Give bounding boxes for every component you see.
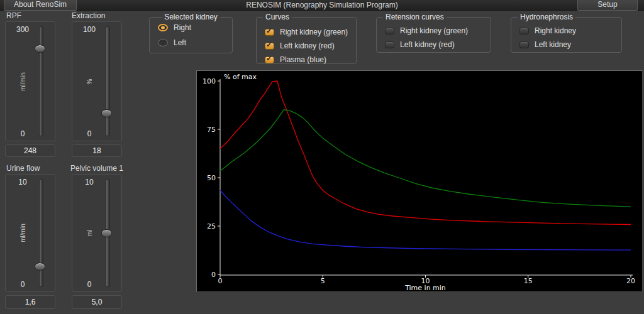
extraction-slider-track[interactable] bbox=[106, 27, 109, 136]
selected-kidney-group: Selected kidney Right Left bbox=[149, 17, 233, 53]
renogram-chart: 025507510005101520% of maxTime in min bbox=[196, 70, 643, 292]
renosim-window: RENOSIM (Renography Simulation Program) … bbox=[0, 0, 644, 314]
checkbox-icon[interactable]: ✓ bbox=[265, 57, 274, 63]
urine-flow-min-label: 0 bbox=[8, 280, 37, 289]
extraction-max-label: 100 bbox=[75, 25, 104, 34]
pelvic-volume-value-field[interactable]: 5,0 bbox=[72, 295, 122, 309]
svg-text:% of max: % of max bbox=[224, 73, 257, 81]
pelvic-volume-slider[interactable]: 10 ml 0 bbox=[72, 174, 122, 292]
radio-right-label: Right bbox=[174, 23, 191, 32]
radio-left-label: Left bbox=[174, 38, 186, 47]
about-renosim-menu[interactable]: About RenoSim bbox=[4, 0, 77, 11]
curves-title: Curves bbox=[263, 13, 292, 21]
pelvic-volume-label: Pelvic volume 1 bbox=[70, 164, 123, 173]
window-title: RENOSIM (Renography Simulation Program) bbox=[0, 0, 644, 11]
curves-left-kidney-label: Left kidney (red) bbox=[280, 41, 335, 50]
urine-flow-max-label: 10 bbox=[8, 178, 37, 187]
radio-right-kidney[interactable]: Right bbox=[158, 23, 191, 32]
menu-bar: RENOSIM (Renography Simulation Program) … bbox=[0, 0, 644, 11]
checkbox-icon[interactable]: ✓ bbox=[265, 43, 274, 50]
pelvic-volume-unit-label: ml bbox=[86, 230, 93, 237]
extraction-slider[interactable]: 100 % 0 bbox=[72, 21, 122, 141]
checkmark-icon: ✓ bbox=[266, 27, 272, 35]
pelvic-volume-max-label: 10 bbox=[75, 178, 104, 187]
extraction-min-label: 0 bbox=[75, 129, 104, 138]
rpf-unit-label: ml/min bbox=[19, 72, 26, 90]
retension-right-kidney-label: Right kidney (green) bbox=[400, 26, 468, 35]
hydronephrosis-right-kidney-label: Right kidney bbox=[535, 26, 576, 35]
chart-canvas: 025507510005101520% of maxTime in min bbox=[197, 71, 642, 291]
radio-button-icon[interactable] bbox=[158, 39, 168, 46]
svg-text:0: 0 bbox=[211, 271, 216, 279]
svg-text:Time in min: Time in min bbox=[404, 284, 446, 291]
svg-text:75: 75 bbox=[207, 126, 216, 134]
curves-group: Curves ✓ Right kidney (green) ✓ Left kid… bbox=[256, 17, 357, 64]
curves-left-kidney-row[interactable]: ✓ Left kidney (red) bbox=[265, 41, 335, 50]
radio-button-icon[interactable] bbox=[158, 24, 168, 31]
extraction-label: Extraction bbox=[72, 11, 105, 20]
svg-text:50: 50 bbox=[207, 174, 216, 182]
extraction-value-field[interactable]: 18 bbox=[72, 144, 122, 157]
svg-text:15: 15 bbox=[524, 277, 533, 285]
curves-plasma-label: Plasma (blue) bbox=[280, 55, 326, 64]
checkbox-icon[interactable]: ✓ bbox=[385, 41, 394, 48]
hydronephrosis-group: Hydronephrosis ✓ Right kidney ✓ Left kid… bbox=[511, 17, 622, 53]
curves-right-kidney-label: Right kidney (green) bbox=[280, 28, 348, 36]
svg-text:20: 20 bbox=[626, 277, 635, 285]
hydronephrosis-left-kidney-label: Left kidney bbox=[535, 40, 571, 49]
checkmark-icon: ✓ bbox=[266, 41, 272, 48]
urine-flow-label: Urine flow bbox=[6, 164, 40, 173]
hydronephrosis-title: Hydronephrosis bbox=[518, 13, 575, 21]
urine-flow-unit-label: ml/min bbox=[19, 224, 26, 242]
rpf-value-field[interactable]: 248 bbox=[5, 144, 55, 157]
urine-flow-value-field[interactable]: 1,6 bbox=[5, 295, 55, 309]
retension-curves-group: Retension curves ✓ Right kidney (green) … bbox=[376, 17, 491, 53]
extraction-slider-thumb[interactable] bbox=[101, 109, 112, 117]
svg-text:25: 25 bbox=[207, 222, 216, 230]
rpf-label: RPF bbox=[6, 11, 21, 20]
retension-left-kidney-label: Left kidney (red) bbox=[400, 40, 455, 49]
hydronephrosis-left-kidney-row[interactable]: ✓ Left kidney bbox=[519, 40, 571, 49]
urine-flow-slider[interactable]: 10 ml/min 0 bbox=[5, 174, 55, 292]
checkbox-icon[interactable]: ✓ bbox=[265, 29, 274, 36]
setup-menu[interactable]: Setup bbox=[577, 0, 638, 11]
retension-curves-title: Retension curves bbox=[383, 13, 447, 21]
curves-right-kidney-row[interactable]: ✓ Right kidney (green) bbox=[265, 28, 348, 36]
checkmark-icon: ✓ bbox=[266, 55, 272, 62]
rpf-slider-track[interactable] bbox=[40, 27, 43, 136]
checkbox-icon[interactable]: ✓ bbox=[519, 41, 529, 48]
checkbox-icon[interactable]: ✓ bbox=[519, 28, 529, 35]
radio-dot-icon bbox=[161, 26, 165, 30]
svg-text:100: 100 bbox=[203, 77, 216, 85]
extraction-unit-label: % bbox=[86, 78, 93, 84]
selected-kidney-title: Selected kidney bbox=[162, 13, 220, 21]
svg-text:5: 5 bbox=[321, 277, 325, 285]
retension-right-kidney-row[interactable]: ✓ Right kidney (green) bbox=[385, 26, 468, 35]
radio-left-kidney[interactable]: Left bbox=[158, 38, 186, 47]
pelvic-volume-min-label: 0 bbox=[75, 280, 104, 289]
svg-text:0: 0 bbox=[218, 277, 223, 285]
urine-flow-slider-thumb[interactable] bbox=[35, 263, 45, 271]
rpf-slider-thumb[interactable] bbox=[35, 45, 45, 53]
retension-left-kidney-row[interactable]: ✓ Left kidney (red) bbox=[385, 40, 455, 49]
rpf-slider[interactable]: 300 ml/min 0 bbox=[5, 21, 55, 141]
rpf-min-label: 0 bbox=[8, 129, 37, 138]
curves-plasma-row[interactable]: ✓ Plasma (blue) bbox=[265, 55, 326, 64]
checkbox-icon[interactable]: ✓ bbox=[385, 28, 394, 35]
rpf-max-label: 300 bbox=[8, 25, 37, 34]
pelvic-volume-slider-thumb[interactable] bbox=[101, 229, 112, 237]
hydronephrosis-right-kidney-row[interactable]: ✓ Right kidney bbox=[519, 26, 576, 35]
